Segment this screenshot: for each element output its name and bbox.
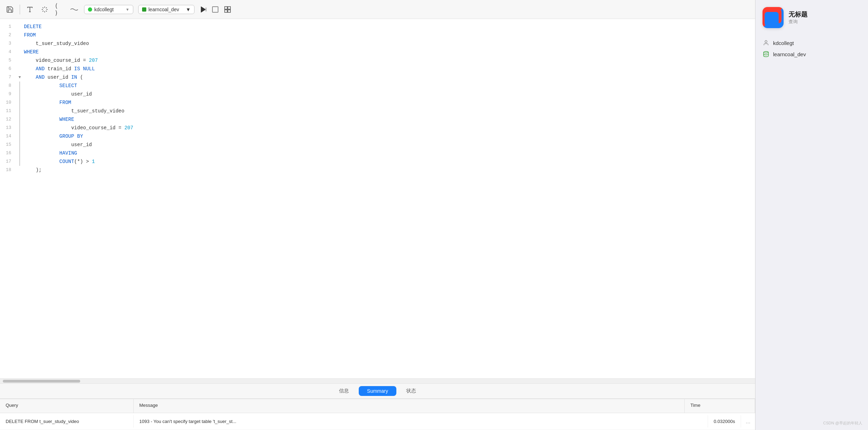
svg-line-7 (46, 7, 47, 8)
save-icon[interactable] (5, 5, 15, 14)
col-header-message: Message (134, 399, 685, 413)
table-row: 18 ); (0, 166, 755, 174)
wave-icon[interactable] (69, 5, 79, 14)
app-header: 无标题 查询 (762, 7, 861, 28)
result-message: 1093 - You can't specify target table 't… (134, 415, 708, 428)
tab-summary[interactable]: Summary (359, 386, 397, 396)
results-header: Query Message Time (0, 399, 755, 413)
svg-rect-15 (228, 9, 230, 12)
connection2-db-icon (142, 7, 146, 12)
svg-marker-8 (201, 6, 206, 12)
app-icon (762, 7, 784, 28)
table-row: 8 SELECT (0, 82, 755, 90)
svg-point-17 (764, 52, 768, 53)
run-button[interactable] (199, 6, 207, 13)
sidebar-connection-user: kdcollegt (762, 39, 861, 46)
connection2-chevron: ▼ (186, 7, 191, 12)
table-row: 5 video_course_id = 207 (0, 56, 755, 65)
svg-line-3 (46, 11, 47, 11)
app-title-group: 无标题 查询 (789, 10, 808, 25)
sidebar-connections: kdcollegt learncoal_dev (762, 39, 861, 58)
table-row: 2 FROM (0, 31, 755, 39)
table-row: 13 video_course_id = 207 (0, 124, 755, 132)
horizontal-scrollbar[interactable] (0, 378, 755, 383)
main-editor-area: ( ) kdcollegt ▼ learncoal_dev ▼ (0, 0, 755, 430)
table-row: 14 GROUP BY (0, 132, 755, 141)
database-icon (762, 51, 770, 58)
connection1-chevron: ▼ (126, 7, 129, 12)
app-subtitle: 查询 (789, 19, 808, 25)
table-row: 10 FROM (0, 98, 755, 107)
svg-rect-13 (228, 6, 230, 9)
sidebar: 无标题 查询 kdcollegt learncoal_dev (755, 0, 868, 430)
table-row: 3 t_suer_study_video (0, 39, 755, 48)
table-row: 4 WHERE (0, 48, 755, 56)
grid-button[interactable] (223, 5, 232, 14)
svg-point-16 (765, 40, 767, 43)
paren-icon[interactable]: ( ) (55, 5, 64, 14)
svg-rect-14 (225, 9, 227, 12)
fold-button[interactable]: ▼ (17, 73, 23, 82)
connection1-label: kdcollegt (94, 7, 114, 12)
sidebar-connection-db: learncoal_dev (762, 51, 861, 58)
table-row: 7 ▼ AND user_id IN ( (0, 73, 755, 82)
app-name: 无标题 (789, 10, 808, 19)
connection2-label: learncoal_dev (148, 7, 179, 12)
table-row: 6 AND train_id IS NULL (0, 65, 755, 73)
svg-rect-12 (225, 6, 227, 9)
scrollbar-thumb[interactable] (3, 380, 80, 383)
toolbar: ( ) kdcollegt ▼ learncoal_dev ▼ (0, 0, 755, 19)
table-row: 11 t_suer_study_video (0, 107, 755, 115)
result-query: DELETE FROM t_suer_study_video (0, 415, 134, 428)
user-icon (762, 39, 770, 46)
sidebar-dbname: learncoal_dev (773, 51, 806, 57)
toolbar-divider (20, 5, 20, 14)
stop-button[interactable] (212, 6, 218, 13)
table-row: 1 DELETE (0, 22, 755, 31)
code-lines: 1 DELETE 2 FROM 3 t_suer_study_video (0, 19, 755, 378)
sidebar-username: kdcollegt (773, 40, 794, 46)
magic-icon[interactable] (40, 5, 50, 14)
code-editor[interactable]: 1 DELETE 2 FROM 3 t_suer_study_video (0, 19, 755, 378)
svg-line-6 (43, 11, 43, 11)
results-tab-bar: 信息 Summary 状态 (0, 383, 755, 399)
tab-info[interactable]: 信息 (329, 385, 359, 397)
connection2-selector[interactable]: learncoal_dev ▼ (138, 5, 194, 14)
table-row: 15 user_id (0, 141, 755, 149)
editor-wrapper: 1 DELETE 2 FROM 3 t_suer_study_video (0, 19, 755, 430)
connection1-selector[interactable]: kdcollegt ▼ (84, 5, 133, 14)
results-area: Query Message Time DELETE FROM t_suer_st… (0, 399, 755, 430)
col-header-query: Query (0, 399, 134, 413)
connection1-status-dot (88, 7, 92, 12)
table-row: 16 HAVING (0, 149, 755, 157)
format-icon[interactable] (25, 5, 35, 14)
table-row: 12 WHERE (0, 115, 755, 124)
table-row: 17 COUNT(*) > 1 (0, 157, 755, 166)
results-row: DELETE FROM t_suer_study_video 1093 - Yo… (0, 413, 755, 430)
tab-status[interactable]: 状态 (396, 385, 426, 397)
watermark: CSDN @早起的年轻人 (823, 421, 862, 426)
svg-line-2 (43, 7, 43, 8)
table-row: 9 user_id (0, 90, 755, 98)
result-more-button[interactable]: ... (741, 415, 755, 428)
col-header-time: Time (685, 399, 755, 413)
result-time: 0.032000s (708, 415, 741, 428)
